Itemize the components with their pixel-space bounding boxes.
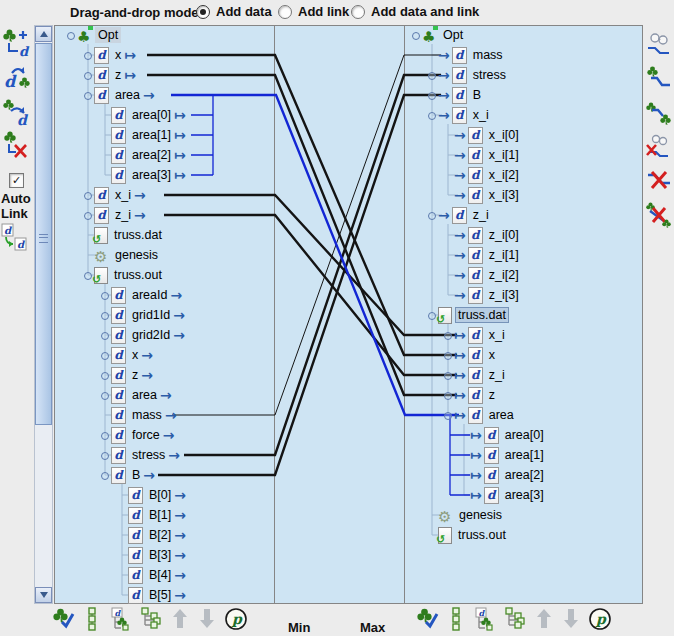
- tree-node-z_i[interactable]: ↦z_i: [404, 365, 642, 385]
- expand-handle[interactable]: [426, 69, 438, 81]
- tree-node-x_i-1-[interactable]: →x_i[1]: [404, 145, 642, 165]
- tree-node-B-5-[interactable]: B[5]→: [55, 585, 272, 605]
- tree-node-x[interactable]: ↦x: [404, 345, 642, 365]
- hide-link-icon[interactable]: [646, 133, 672, 163]
- tree-node-label[interactable]: area[1]: [129, 127, 174, 143]
- tree-node-truss-out[interactable]: truss.out: [404, 525, 642, 545]
- move-up-icon[interactable]: [170, 607, 190, 631]
- tree-node-B-0-[interactable]: B[0]→: [55, 485, 272, 505]
- tree-node-Opt[interactable]: Opt: [404, 25, 642, 45]
- expand-handle[interactable]: [99, 369, 111, 381]
- tree-node-label[interactable]: mass: [129, 407, 165, 423]
- tree-node-z_i[interactable]: z_i→: [55, 205, 272, 225]
- tree-node-genesis[interactable]: genesis: [404, 505, 642, 525]
- tree-node-label[interactable]: truss.out: [111, 267, 165, 283]
- tree-node-Opt[interactable]: Opt: [55, 25, 272, 45]
- tree-node-label[interactable]: z_i: [486, 367, 508, 383]
- tree-node-label[interactable]: grid2Id: [129, 327, 173, 343]
- tree-node-label[interactable]: area[0]: [129, 107, 174, 123]
- tree-node-x_i-2-[interactable]: →x_i[2]: [404, 165, 642, 185]
- tree-node-area-3-[interactable]: area[3]↦: [55, 165, 272, 185]
- remove-all-links-icon[interactable]: [646, 201, 672, 231]
- tree-node-label[interactable]: B: [470, 87, 484, 103]
- expand-handle[interactable]: [99, 429, 111, 441]
- expand-handle[interactable]: [99, 469, 111, 481]
- left-tree-scrollbar[interactable]: [34, 25, 53, 604]
- scrollbar-thumb[interactable]: [35, 43, 52, 425]
- tree-node-label[interactable]: z_i: [470, 207, 492, 223]
- tree-node-B-2-[interactable]: B[2]→: [55, 525, 272, 545]
- tree-node-area-1-[interactable]: area[1]↦: [55, 125, 272, 145]
- auto-link-checkbox[interactable]: [9, 173, 24, 188]
- tree-node-mass[interactable]: mass→: [55, 405, 272, 425]
- tree-node-label[interactable]: area[3]: [129, 167, 174, 183]
- tree-node-area-3-[interactable]: ↦area[3]: [404, 485, 642, 505]
- add-link-between-icon[interactable]: [646, 99, 672, 127]
- expand-handle[interactable]: [442, 409, 454, 421]
- tree-node-stress[interactable]: →stress: [404, 65, 642, 85]
- tree-node-label[interactable]: area[1]: [502, 447, 547, 463]
- expand-handle[interactable]: [99, 329, 111, 341]
- expand-handle[interactable]: [426, 89, 438, 101]
- tree-node-label[interactable]: z: [129, 367, 141, 383]
- tree-node-genesis[interactable]: genesis: [55, 245, 272, 265]
- tree-node-B[interactable]: →B: [404, 85, 642, 105]
- expand-handle[interactable]: [99, 349, 111, 361]
- vertical-tree-icon[interactable]: [449, 607, 465, 631]
- collapse-tree-data-icon[interactable]: d: [472, 607, 496, 631]
- scroll-up-button[interactable]: [35, 26, 52, 42]
- tree-node-truss-out[interactable]: truss.out: [55, 265, 272, 285]
- tree-node-label[interactable]: stress: [129, 447, 168, 463]
- tree-node-x_i-0-[interactable]: →x_i[0]: [404, 125, 642, 145]
- tree-node-label[interactable]: truss.dat: [455, 307, 509, 323]
- tree-node-z[interactable]: ↦z: [404, 385, 642, 405]
- tree-node-area-0-[interactable]: ↦area[0]: [404, 425, 642, 445]
- tree-node-area[interactable]: ↦area: [404, 405, 642, 425]
- tree-node-area[interactable]: area→: [55, 85, 272, 105]
- tree-node-label[interactable]: truss.dat: [111, 227, 165, 243]
- tree-node-truss-dat[interactable]: truss.dat: [404, 305, 642, 325]
- expand-handle[interactable]: [82, 209, 94, 221]
- expand-tree-icon[interactable]: [139, 607, 163, 631]
- tree-node-label[interactable]: truss.out: [455, 527, 509, 543]
- tree-node-label[interactable]: x_i[0]: [486, 127, 522, 143]
- expand-handle[interactable]: [442, 389, 454, 401]
- radio-add-data[interactable]: Add data: [196, 4, 272, 19]
- tree-node-label[interactable]: Opt: [95, 27, 121, 43]
- expand-handle[interactable]: [410, 29, 422, 41]
- accept-icon[interactable]: [52, 607, 78, 631]
- radio-add-link[interactable]: Add link: [278, 4, 349, 19]
- tree-node-label[interactable]: z_i: [112, 207, 134, 223]
- tree-node-label[interactable]: z: [112, 67, 124, 83]
- tree-node-x_i[interactable]: x_i→: [55, 185, 272, 205]
- tree-node-label[interactable]: B[0]: [146, 487, 174, 503]
- tree-node-label[interactable]: x_i[1]: [486, 147, 522, 163]
- radio-add-data-and-link[interactable]: Add data and link: [351, 4, 479, 19]
- radio-button-icon[interactable]: [196, 5, 210, 19]
- expand-handle[interactable]: [82, 69, 94, 81]
- tree-node-B[interactable]: B→: [55, 465, 272, 485]
- tree-node-label[interactable]: B[1]: [146, 507, 174, 523]
- expand-handle[interactable]: [442, 349, 454, 361]
- expand-handle[interactable]: [82, 189, 94, 201]
- expand-handle[interactable]: [442, 369, 454, 381]
- tree-node-label[interactable]: z_i[1]: [486, 247, 522, 263]
- move-down-icon[interactable]: [561, 607, 581, 631]
- tree-node-B-1-[interactable]: B[1]→: [55, 505, 272, 525]
- phoenix-p-icon[interactable]: p: [588, 607, 612, 631]
- tree-node-z[interactable]: z→: [55, 365, 272, 385]
- tree-node-B-3-[interactable]: B[3]→: [55, 545, 272, 565]
- tree-node-area-2-[interactable]: ↦area[2]: [404, 465, 642, 485]
- tree-node-z_i-2-[interactable]: →z_i[2]: [404, 265, 642, 285]
- view-link-icon[interactable]: [646, 31, 672, 59]
- tree-node-x[interactable]: x↦: [55, 45, 272, 65]
- tree-node-label[interactable]: B: [129, 467, 143, 483]
- tree-node-label[interactable]: mass: [470, 47, 506, 63]
- tree-node-label[interactable]: z: [486, 387, 498, 403]
- tree-node-area[interactable]: area→: [55, 385, 272, 405]
- tree-node-stress[interactable]: stress→: [55, 445, 272, 465]
- expand-handle[interactable]: [426, 109, 438, 121]
- tree-node-B-4-[interactable]: B[4]→: [55, 565, 272, 585]
- tree-node-label[interactable]: genesis: [112, 247, 161, 263]
- tree-node-label[interactable]: B[4]: [146, 567, 174, 583]
